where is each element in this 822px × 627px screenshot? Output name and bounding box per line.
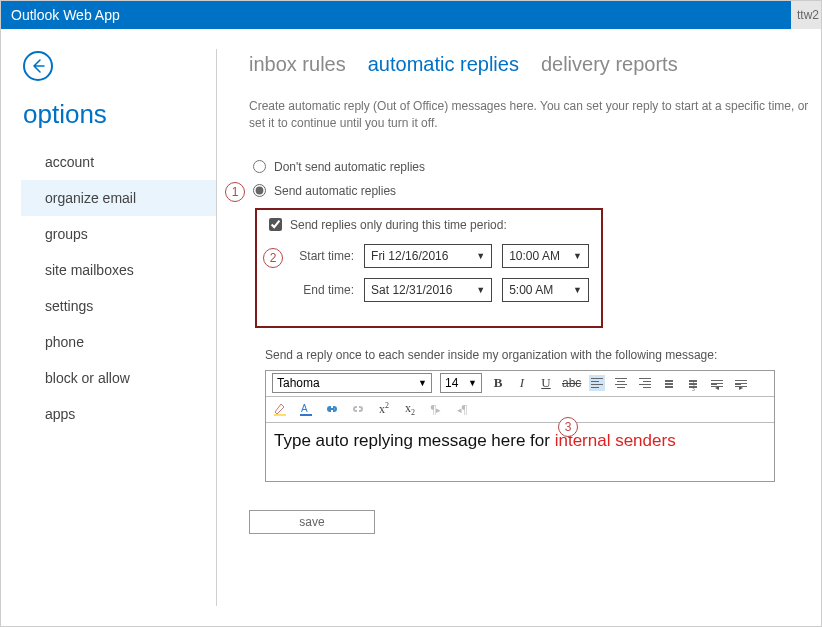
start-time-value: 10:00 AM — [509, 249, 560, 263]
radio-dont-send[interactable]: Don't send automatic replies — [253, 160, 821, 174]
titlebar: Outlook Web App ttw2 — [1, 1, 821, 29]
nav-list: accountorganize emailgroupssite mailboxe… — [21, 144, 216, 432]
app-title: Outlook Web App — [11, 7, 120, 23]
chevron-down-icon: ▼ — [418, 378, 427, 388]
options-heading: options — [23, 99, 216, 130]
radio-send-label: Send automatic replies — [274, 184, 396, 198]
sidebar-item-groups[interactable]: groups — [21, 216, 216, 252]
callout-2: 2 — [263, 248, 283, 268]
callout-3: 3 — [558, 417, 578, 437]
sidebar-item-account[interactable]: account — [21, 144, 216, 180]
end-time-row: End time: Sat 12/31/2016 ▼ 5:00 AM ▼ — [295, 278, 589, 302]
arrow-left-icon — [30, 58, 46, 74]
svg-text:A: A — [301, 403, 308, 414]
tab-delivery-reports[interactable]: delivery reports — [541, 53, 678, 76]
chevron-down-icon: ▼ — [476, 251, 485, 261]
tab-automatic-replies[interactable]: automatic replies — [368, 53, 519, 76]
radio-dont-send-label: Don't send automatic replies — [274, 160, 425, 174]
underline-button[interactable]: U — [538, 375, 554, 391]
sidebar-item-organize-email[interactable]: organize email — [21, 180, 216, 216]
sidebar-item-block-or-allow[interactable]: block or allow — [21, 360, 216, 396]
outdent-button[interactable]: ◂ — [709, 375, 725, 391]
font-size-combo[interactable]: 14 ▼ — [440, 373, 482, 393]
content: options accountorganize emailgroupssite … — [1, 29, 821, 626]
check-period[interactable]: Send replies only during this time perio… — [269, 218, 589, 232]
sidebar: options accountorganize emailgroupssite … — [1, 29, 216, 626]
align-center-button[interactable] — [613, 375, 629, 391]
start-date-combo[interactable]: Fri 12/16/2016 ▼ — [364, 244, 492, 268]
sidebar-item-settings[interactable]: settings — [21, 288, 216, 324]
end-date-combo[interactable]: Sat 12/31/2016 ▼ — [364, 278, 492, 302]
end-date-value: Sat 12/31/2016 — [371, 283, 452, 297]
italic-button[interactable]: I — [514, 375, 530, 391]
editor-body[interactable]: Type auto replying message here for inte… — [266, 423, 774, 481]
chevron-down-icon: ▼ — [573, 285, 582, 295]
numbered-list-button[interactable]: 123 — [685, 375, 701, 391]
tab-inbox-rules[interactable]: inbox rules — [249, 53, 346, 76]
end-time-value: 5:00 AM — [509, 283, 553, 297]
align-left-button[interactable] — [589, 375, 605, 391]
chevron-down-icon: ▼ — [573, 251, 582, 261]
highlight-button[interactable] — [272, 401, 288, 417]
sidebar-item-phone[interactable]: phone — [21, 324, 216, 360]
main-panel: inbox rulesautomatic repliesdelivery rep… — [217, 29, 821, 626]
align-right-button[interactable] — [637, 375, 653, 391]
sidebar-item-site-mailboxes[interactable]: site mailboxes — [21, 252, 216, 288]
editor-wrap: Tahoma ▼ 14 ▼ B I U abc 123 — [265, 370, 775, 482]
font-size-value: 14 — [445, 376, 458, 390]
svg-rect-2 — [300, 414, 312, 416]
radio-send-input[interactable] — [253, 184, 266, 197]
rtl-button[interactable]: ◂¶ — [454, 402, 470, 417]
save-button[interactable]: save — [249, 510, 375, 534]
chevron-down-icon: ▼ — [476, 285, 485, 295]
start-time-label: Start time: — [295, 249, 354, 263]
page-description: Create automatic reply (Out of Office) m… — [249, 98, 809, 132]
bold-button[interactable]: B — [490, 375, 506, 391]
end-time-combo[interactable]: 5:00 AM ▼ — [502, 278, 589, 302]
user-chip[interactable]: ttw2 — [791, 1, 821, 29]
radio-send[interactable]: Send automatic replies — [253, 184, 821, 198]
insert-link-button[interactable] — [324, 401, 340, 417]
editor-toolbar-1: Tahoma ▼ 14 ▼ B I U abc 123 — [266, 371, 774, 397]
reply-description: Send a reply once to each sender inside … — [265, 348, 821, 362]
check-period-input[interactable] — [269, 218, 282, 231]
font-color-button[interactable]: A — [298, 401, 314, 417]
editor-toolbar-2: A x2 x2 ¶▸ ◂¶ — [266, 397, 774, 423]
time-period-box: Send replies only during this time perio… — [255, 208, 603, 328]
superscript-button[interactable]: x2 — [376, 401, 392, 417]
ltr-button[interactable]: ¶▸ — [428, 402, 444, 417]
back-button[interactable] — [23, 51, 53, 81]
start-time-row: Start time: Fri 12/16/2016 ▼ 10:00 AM ▼ — [295, 244, 589, 268]
indent-button[interactable]: ▸ — [733, 375, 749, 391]
subscript-button[interactable]: x2 — [402, 401, 418, 417]
check-period-label: Send replies only during this time perio… — [290, 218, 507, 232]
start-date-value: Fri 12/16/2016 — [371, 249, 448, 263]
bullet-list-button[interactable] — [661, 375, 677, 391]
sidebar-item-apps[interactable]: apps — [21, 396, 216, 432]
end-time-label: End time: — [295, 283, 354, 297]
radio-group: Don't send automatic replies 1 Send auto… — [249, 160, 821, 534]
editor-text: Type auto replying message here for inte… — [274, 431, 676, 450]
tabs: inbox rulesautomatic repliesdelivery rep… — [249, 53, 821, 76]
strikethrough-button[interactable]: abc — [562, 376, 581, 390]
font-family-value: Tahoma — [277, 376, 320, 390]
chevron-down-icon: ▼ — [468, 378, 477, 388]
font-family-combo[interactable]: Tahoma ▼ — [272, 373, 432, 393]
callout-1: 1 — [225, 182, 245, 202]
remove-link-button[interactable] — [350, 401, 366, 417]
start-time-combo[interactable]: 10:00 AM ▼ — [502, 244, 589, 268]
radio-dont-send-input[interactable] — [253, 160, 266, 173]
svg-rect-0 — [274, 414, 286, 416]
